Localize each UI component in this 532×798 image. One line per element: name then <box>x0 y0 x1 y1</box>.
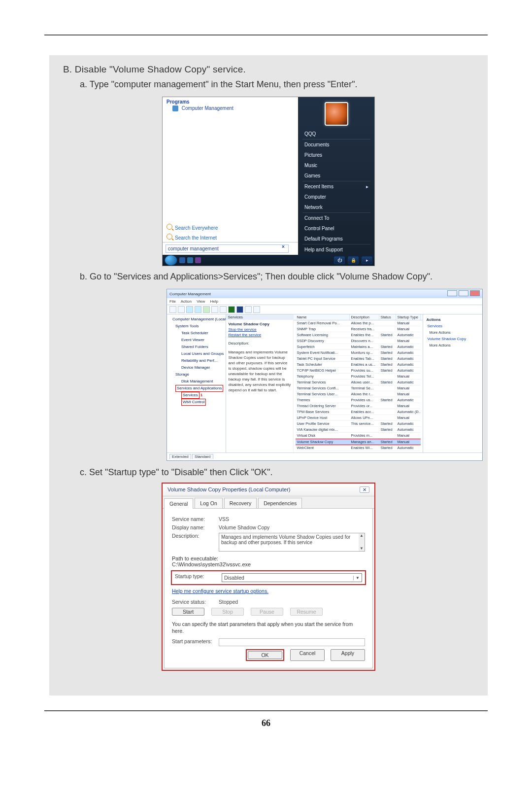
dialog-close-button[interactable]: ✕ <box>360 486 369 493</box>
start-orb-icon[interactable] <box>165 255 177 266</box>
toolbar-restart-icon[interactable] <box>253 306 260 313</box>
close-button[interactable] <box>470 290 480 296</box>
tree-item[interactable]: Shared Folders <box>168 344 224 350</box>
toolbar-icon[interactable] <box>220 306 227 313</box>
ok-button[interactable]: OK <box>248 651 282 659</box>
tree-item[interactable]: Event Viewer <box>168 337 224 344</box>
description-box[interactable]: Manages and implements Volume Shadow Cop… <box>219 533 365 552</box>
scroll-up-icon[interactable]: ▲ <box>359 533 365 538</box>
menu-file[interactable]: File <box>169 299 176 304</box>
tree-system-tools[interactable]: System Tools <box>168 323 224 330</box>
menu-action[interactable]: Action <box>181 299 192 304</box>
table-row[interactable]: Software LicensingEnables the...StartedA… <box>294 332 423 338</box>
table-row[interactable]: Virtual DiskProvides m...Manual <box>294 433 423 439</box>
tree-wmi-control[interactable]: WMI Control <box>181 399 206 406</box>
table-row[interactable]: Task SchedulerEnables a us...StartedAuto… <box>294 362 423 368</box>
table-row[interactable]: UPnP Device HostAllows UPn...Manual <box>294 415 423 421</box>
table-row[interactable]: VIA Karaoke digital mix...StartedAutomat… <box>294 427 423 433</box>
table-row[interactable]: TelephonyProvides Tel...Manual <box>294 374 423 380</box>
table-row[interactable]: Volume Shadow CopyManages an...StartedMa… <box>294 439 423 445</box>
table-row[interactable]: TPM Base ServicesEnables acc...Automatic… <box>294 409 423 415</box>
restart-service-link[interactable]: Restart the service <box>228 333 291 337</box>
user-name[interactable]: QQQ <box>299 129 374 139</box>
table-row[interactable]: Windows AudioManages au...StartedAutomat… <box>294 451 423 452</box>
table-row[interactable]: SuperfetchMaintains a...StartedAutomatic <box>294 344 423 350</box>
toolbar-icon[interactable] <box>195 306 201 313</box>
taskbar-icon[interactable] <box>179 257 185 263</box>
start-menu-item[interactable]: Control Panel <box>299 223 374 234</box>
start-button[interactable]: Start <box>172 608 204 616</box>
table-row[interactable]: WebClientEnables Wi...StartedAutomatic <box>294 445 423 451</box>
toolbar-icon[interactable] <box>211 306 218 313</box>
startup-type-dropdown[interactable]: Disabled ▼ <box>222 573 362 582</box>
toolbar-forward-icon[interactable] <box>178 306 185 313</box>
program-computer-management[interactable]: Computer Management <box>163 104 298 115</box>
search-internet[interactable]: Search the Internet <box>163 232 298 242</box>
resume-button[interactable]: Resume <box>290 608 323 616</box>
table-row[interactable]: System Event Notificati...Monitors sy...… <box>294 350 423 356</box>
table-row[interactable]: Terminal ServicesAllows user...StartedAu… <box>294 380 423 385</box>
start-menu-item[interactable]: Network <box>299 202 374 212</box>
toolbar-pause-icon[interactable] <box>245 306 252 313</box>
tab-extended[interactable]: Extended <box>169 454 191 459</box>
actions-services[interactable]: Services <box>427 324 478 328</box>
tab-recovery[interactable]: Recovery <box>224 498 257 508</box>
menu-view[interactable]: View <box>197 299 205 304</box>
table-row[interactable]: SSDP DiscoveryDiscovers n...Manual <box>294 338 423 344</box>
maximize-button[interactable] <box>459 290 468 296</box>
scroll-down-icon[interactable]: ▼ <box>359 546 365 551</box>
apply-button[interactable]: Apply <box>331 649 365 661</box>
table-row[interactable]: TCP/IP NetBIOS HelperProvides su...Start… <box>294 368 423 374</box>
table-row[interactable]: Tablet PC Input ServiceEnables Tab...Sta… <box>294 356 423 362</box>
tree-root[interactable]: Computer Management (Local) <box>168 316 224 323</box>
start-search-input[interactable] <box>166 244 289 253</box>
tree-storage[interactable]: Storage <box>168 371 224 378</box>
table-row[interactable]: User Profile ServiceThis service...Start… <box>294 421 423 427</box>
table-row[interactable]: Terminal Services Confi...Terminal Se...… <box>294 385 423 391</box>
taskbar-icon[interactable] <box>195 257 201 263</box>
toolbar-start-icon[interactable] <box>228 306 235 313</box>
start-menu-item[interactable]: Recent Items▸ <box>299 181 374 192</box>
start-parameters-input[interactable] <box>219 638 365 646</box>
tree-services-applications[interactable]: Services and Applications <box>175 385 223 392</box>
table-row[interactable]: ThemesProvides us...StartedAutomatic <box>294 397 423 403</box>
start-menu-item[interactable]: Default Programs <box>299 234 374 244</box>
stop-service-link[interactable]: Stop the service <box>228 327 291 332</box>
start-menu-item[interactable]: Connect To <box>299 213 374 223</box>
table-row[interactable]: Thread Ordering ServerProvides or...Manu… <box>294 403 423 409</box>
start-menu-item[interactable]: Music <box>299 160 374 171</box>
col-name[interactable]: Name <box>296 314 350 320</box>
tree-item[interactable]: Local Users and Groups <box>168 350 224 357</box>
table-row[interactable]: Terminal Services User...Allows the r...… <box>294 391 423 397</box>
tree-item[interactable]: Reliability and Perf... <box>168 357 224 364</box>
start-menu-item[interactable]: Pictures <box>299 150 374 160</box>
minimize-button[interactable] <box>447 290 457 296</box>
actions-vsc[interactable]: Volume Shadow Copy <box>427 337 478 341</box>
table-row[interactable]: SNMP TrapReceives tra...Manual <box>294 326 423 332</box>
toolbar-stop-icon[interactable] <box>236 306 243 313</box>
start-menu-item[interactable]: Computer <box>299 192 374 202</box>
help-configure-link[interactable]: Help me configure service startup option… <box>172 588 365 594</box>
tree-item[interactable]: Disk Management <box>168 378 224 385</box>
menu-help[interactable]: Help <box>210 299 218 304</box>
col-description[interactable]: Description <box>350 314 379 320</box>
search-everywhere[interactable]: Search Everywhere <box>163 222 298 232</box>
taskbar-icon[interactable] <box>187 257 193 263</box>
start-menu-item[interactable]: Games <box>299 171 374 181</box>
col-startup-type[interactable]: Startup Type <box>396 314 421 320</box>
tab-log-on[interactable]: Log On <box>195 498 222 508</box>
start-menu-item[interactable]: Documents <box>299 139 374 150</box>
tab-general[interactable]: General <box>164 498 193 509</box>
power-button[interactable]: ⏻ <box>334 256 345 264</box>
tree-item[interactable]: Device Manager <box>168 364 224 371</box>
tab-standard[interactable]: Standard <box>192 454 213 459</box>
stop-button[interactable]: Stop <box>211 608 244 616</box>
lock-button[interactable]: 🔒 <box>348 256 359 264</box>
actions-more[interactable]: More Actions <box>426 330 479 335</box>
tree-services[interactable]: Services <box>183 393 198 397</box>
clear-search-icon[interactable]: × <box>282 244 285 249</box>
cancel-button[interactable]: Cancel <box>290 649 325 661</box>
table-row[interactable]: Smart Card Removal Po...Allows the p...M… <box>294 320 423 326</box>
tab-dependencies[interactable]: Dependencies <box>258 498 302 508</box>
col-status[interactable]: Status <box>379 314 396 320</box>
